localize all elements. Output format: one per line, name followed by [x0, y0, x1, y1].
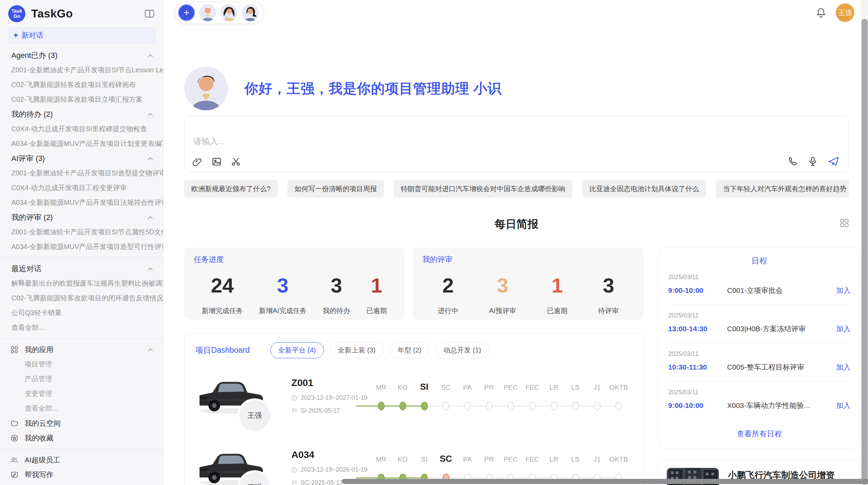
sidebar-item[interactable]: C02-飞腾新能源轻客改款项目里程碑画布: [0, 77, 163, 92]
sidebar-item[interactable]: C02-飞腾新能源轻客改款项目立项汇报方案: [0, 92, 163, 107]
agent-avatar-1[interactable]: [199, 4, 216, 21]
flag-icon: [291, 480, 298, 485]
dashboard-tab[interactable]: 全新上装 (3): [330, 342, 384, 358]
recent-chat-item[interactable]: C02-飞腾新能源轻客改款项目的闭环通告反馈情况: [0, 291, 163, 306]
ai-staff-label: AI超级员工: [25, 455, 60, 465]
sidebar-group-header[interactable]: 我的评审 (2): [0, 210, 163, 225]
chevron-up-icon[interactable]: [148, 348, 153, 351]
chevron-up-icon[interactable]: [148, 54, 153, 57]
sidebar-item[interactable]: C0X4-动力总成开发项目工程变更评审: [0, 181, 163, 195]
dashboard-tab[interactable]: 年型 (2): [390, 342, 430, 358]
milestone-label: J1: [586, 456, 608, 463]
sidebar-group-header[interactable]: 我的待办 (2): [0, 107, 163, 122]
agent-avatar-2[interactable]: [220, 4, 238, 21]
my-apps-child[interactable]: 产品管理: [0, 372, 163, 386]
stat-value: 3: [489, 274, 516, 297]
stat-card-title: 我的评审: [422, 254, 634, 265]
dashboard-tab[interactable]: 动总开发 (1): [436, 342, 489, 358]
dashboard-tabs: 全新平台 (4)全新上装 (3)年型 (2)动总开发 (1): [270, 342, 489, 358]
sidebar-item[interactable]: A034-全新新能源MUV产品开发项目造型可行性评审: [0, 239, 163, 254]
milestone-dot: [464, 402, 471, 410]
sidebar-item-ai-staff[interactable]: AI超级员工: [0, 452, 163, 467]
my-apps-child[interactable]: 变更管理: [0, 386, 163, 401]
project-flag-label: SI-2025-05-17: [301, 407, 340, 414]
schedule-time: 13:00-14:30: [668, 325, 727, 333]
agent-avatar-3[interactable]: [242, 4, 259, 21]
project-code: A034: [291, 449, 370, 460]
new-chat-button[interactable]: + 新对话: [8, 27, 155, 43]
my-apps-children: 项目管理产品管理变更管理: [0, 357, 163, 401]
layout-grid-icon[interactable]: [840, 219, 849, 227]
sidebar-item[interactable]: Z001-全新燃油轻卡产品开发项目SI节点属性5D文件评审: [0, 225, 163, 239]
recent-view-all[interactable]: 查看全部...: [0, 320, 163, 335]
stat-label: 新增AI完成任务: [259, 306, 307, 315]
dashboard-tab[interactable]: 全新平台 (4): [270, 342, 324, 358]
milestone-dot: [378, 402, 385, 410]
stat-label: 进行中: [438, 306, 458, 315]
schedule-entry: 2025/03/1110:30-11:30C005-整车工程目标评审加入: [668, 343, 851, 381]
suggestion-chip[interactable]: 特朗普可能对进口汽车增税会对中国车企造成哪些影响: [394, 180, 572, 198]
schedule-join-link[interactable]: 加入: [836, 324, 851, 334]
schedule-join-link[interactable]: 加入: [836, 362, 851, 372]
milestone-label: LS: [565, 456, 586, 463]
recent-chat-item[interactable]: 解释最新出台的欧盟报废车法规再生塑料比例被调至15%...: [0, 276, 163, 291]
write-icon: [10, 471, 19, 478]
sidebar-group-header[interactable]: Agent已办 (3): [0, 48, 163, 63]
milestone-dot: [594, 402, 601, 410]
suggestion-chip[interactable]: 当下年轻人对汽车外观有怎样的喜好趋势: [716, 180, 849, 198]
schedule-time: 10:30-11:30: [668, 363, 727, 371]
chevron-up-icon[interactable]: [148, 216, 153, 219]
vertical-scrollbar[interactable]: [861, 19, 868, 485]
logo-text-top: Task: [12, 9, 22, 14]
send-icon[interactable]: [828, 156, 840, 166]
greeting-text: 你好，王强，我是你的项目管理助理 小识: [244, 79, 502, 98]
scissors-icon[interactable]: [231, 157, 241, 166]
project-owner-badge: 王强: [239, 400, 270, 431]
horizontal-scrollbar[interactable]: [342, 479, 868, 484]
phone-icon[interactable]: [787, 156, 798, 166]
sidebar-group-header-recent[interactable]: 最近对话: [0, 261, 163, 276]
sidebar-item-creative-drawing[interactable]: 创意制图: [0, 482, 163, 485]
image-icon[interactable]: [212, 157, 221, 166]
sidebar-group-header[interactable]: AI评审 (3): [0, 151, 163, 166]
schedule-join-link[interactable]: 加入: [836, 401, 851, 410]
suggestion-chip[interactable]: 比亚迪全固态电池计划具体说了什么: [582, 180, 706, 198]
schedule-view-all[interactable]: 查看所有日程: [668, 429, 851, 439]
apps-view-all[interactable]: 查看全部...: [0, 401, 163, 416]
milestone-label: SC: [435, 453, 457, 464]
sidebar-item[interactable]: C0X4-动力总成开发项目SI里程碑提交物检查: [0, 122, 163, 136]
notification-bell-icon[interactable]: [816, 7, 826, 18]
chat-input[interactable]: [193, 137, 592, 146]
schedule-join-link[interactable]: 加入: [836, 286, 851, 295]
attachment-icon[interactable]: [193, 157, 202, 166]
chevron-up-icon[interactable]: [148, 267, 153, 271]
sidebar-collapse-icon[interactable]: [145, 10, 154, 18]
schedule-time: 9:00-10:00: [668, 401, 727, 410]
chevron-up-icon[interactable]: [148, 113, 153, 116]
sidebar-item[interactable]: Z001-全新燃油轻卡产品开发项目SI造型提交物评审: [0, 166, 163, 181]
sidebar-item-favorites[interactable]: 我的收藏: [0, 431, 163, 445]
sidebar-item-writing[interactable]: 帮我写作: [0, 467, 163, 482]
schedule-date: 2025/03/11: [668, 274, 851, 281]
suggestion-chip[interactable]: 欧洲新规最近颁布了什么?: [184, 180, 278, 198]
sidebar-item-cloud[interactable]: 我的云空间: [0, 416, 163, 431]
sidebar-item-my-apps[interactable]: 我的应用: [0, 342, 163, 357]
sidebar-item[interactable]: A034-全新新能源MUV产品开发项目计划变更表编写: [0, 136, 163, 151]
recent-chat-item[interactable]: 公司Q3轻卡销量: [0, 306, 163, 320]
milestone-label: OKTB: [608, 384, 629, 391]
daily-briefing-header: 每日简报: [184, 217, 849, 231]
divider: [0, 338, 163, 339]
sidebar-item[interactable]: A034-全新新能源MUV产品开发项目法规符合性评审: [0, 195, 163, 210]
add-agent-button[interactable]: +: [178, 4, 195, 21]
schedule-date: 2025/03/11: [668, 350, 851, 358]
stat-card: 我的评审2进行中3AI预评审1已逾期3待评审: [413, 248, 644, 320]
stat: 3新增AI完成任务: [259, 274, 307, 315]
user-avatar[interactable]: 王强: [836, 3, 854, 22]
sidebar-item[interactable]: Z001-全新燃油皮卡产品开发项目SI节点Lesson Learn报告: [0, 63, 163, 77]
suggestion-chip[interactable]: 如何写一份清晰的项目周报: [287, 180, 384, 198]
writing-label: 帮我写作: [25, 470, 53, 480]
chevron-up-icon[interactable]: [148, 157, 153, 160]
milestone-label: PEC: [500, 456, 521, 463]
microphone-icon[interactable]: [808, 156, 818, 166]
my-apps-child[interactable]: 项目管理: [0, 357, 163, 372]
